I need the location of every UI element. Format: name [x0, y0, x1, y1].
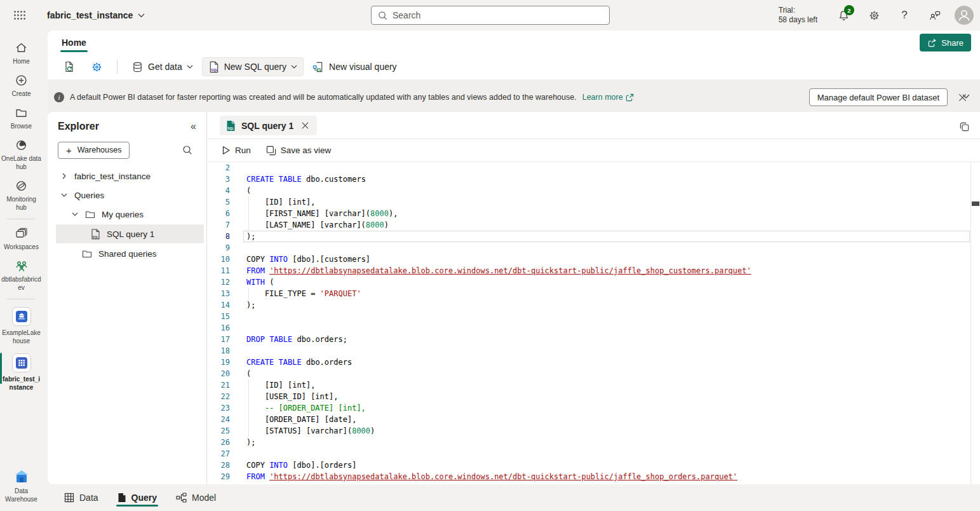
settings-gear-button[interactable]	[84, 57, 109, 76]
chevron-down-icon	[138, 13, 145, 18]
tab-home[interactable]: Home	[58, 32, 90, 53]
code-line[interactable]: 11FROM 'https://dbtlabsynapsedatalake.bl…	[207, 265, 980, 276]
global-search	[371, 6, 610, 25]
code-line[interactable]: 12WITH (	[207, 276, 980, 288]
run-button[interactable]: Run	[216, 142, 257, 160]
feedback-button[interactable]	[924, 4, 946, 26]
code-line[interactable]: 14);	[207, 299, 980, 311]
save-as-view-button[interactable]: Save as view	[260, 142, 337, 160]
tree-item-sql-query-1[interactable]: SQL SQL query 1	[56, 224, 204, 243]
svg-text:SQL: SQL	[93, 235, 99, 238]
tree-item-shared-queries[interactable]: Shared queries	[48, 244, 206, 263]
code-editor[interactable]: 23CREATE TABLE dbo.customers4(5 [ID] [in…	[207, 162, 980, 484]
editor-scrollbar[interactable]	[970, 162, 980, 484]
save-as-view-icon	[266, 146, 276, 156]
line-number: 23	[207, 402, 230, 414]
code-line[interactable]: 8);	[207, 231, 980, 242]
code-line[interactable]: 10COPY INTO [dbo].[customers]	[207, 254, 980, 265]
app-launcher-waffle-icon[interactable]	[9, 4, 30, 26]
tab-sql-query-1[interactable]: SQL SQL query 1	[220, 116, 317, 135]
notification-badge: 2	[844, 5, 854, 15]
workspace-switcher[interactable]: fabric_test_instance	[47, 10, 145, 20]
code-line[interactable]: 20(	[207, 368, 980, 379]
code-line[interactable]: 6 [FIRST_NAME] [varchar](8000),	[207, 208, 980, 219]
explorer-tree: fabric_test_instance Queries My queries …	[48, 167, 206, 263]
database-icon	[131, 61, 144, 73]
tree-item-my-queries[interactable]: My queries	[48, 205, 206, 224]
new-sql-query-button[interactable]: SQL New SQL query	[202, 57, 304, 76]
sql-file-icon: SQL	[226, 120, 236, 132]
code-line[interactable]: 2	[207, 162, 980, 174]
nav-item-fabric-test-instance[interactable]: fabric_test_instance	[0, 349, 43, 395]
view-tab-data[interactable]: Data	[63, 486, 100, 509]
tree-warehouse-label: fabric_test_instance	[74, 172, 151, 181]
svg-text:SQL: SQL	[211, 68, 218, 72]
nav-browse[interactable]: Browse	[0, 102, 43, 134]
code-line[interactable]: 23 -- [ORDER_DATE] [int],	[207, 402, 980, 414]
code-line[interactable]: 22 [USER_ID] [int],	[207, 391, 980, 402]
code-line[interactable]: 3CREATE TABLE dbo.customers	[207, 174, 980, 185]
line-number: 2	[207, 162, 230, 174]
line-number: 24	[207, 414, 230, 425]
top-bar: fabric_test_instance Trial: 58 days left…	[0, 0, 980, 31]
code-line[interactable]: 5 [ID] [int],	[207, 196, 980, 208]
nav-onelake-data-hub[interactable]: OneLake data hub	[0, 134, 43, 175]
code-line[interactable]: 24 [ORDER_DATE] [date],	[207, 414, 980, 425]
nav-workspace-dbt-label: dbtlabsfabricdev	[1, 275, 42, 292]
code-line[interactable]: 29FROM 'https://dbtlabsynapsedatalake.bl…	[207, 471, 980, 482]
share-label: Share	[941, 38, 963, 48]
code-line[interactable]: 28COPY INTO [dbo].[orders]	[207, 460, 980, 471]
refresh-button[interactable]	[57, 57, 82, 76]
line-number: 16	[207, 322, 230, 334]
code-line[interactable]: 13 FILE_TYPE = 'PARQUET'	[207, 288, 980, 299]
ribbon-tab-row: Home Share	[48, 31, 980, 54]
nav-workspaces[interactable]: Workspaces	[0, 222, 43, 255]
tree-item-queries[interactable]: Queries	[48, 186, 206, 205]
help-button[interactable]: ?	[894, 4, 915, 26]
bottom-view-switcher: Data Query Model	[48, 484, 980, 511]
copy-icon[interactable]	[959, 121, 970, 132]
code-line[interactable]: 7 [LAST_NAME] [varchar](8000)	[207, 219, 980, 231]
scrollbar-thumb[interactable]	[972, 201, 979, 206]
code-line[interactable]: 9	[207, 242, 980, 254]
settings-button[interactable]	[863, 4, 885, 26]
code-line[interactable]: 27	[207, 448, 980, 460]
code-line[interactable]: 4(	[207, 185, 980, 196]
share-button[interactable]: Share	[920, 34, 971, 51]
people-workspace-icon	[14, 259, 29, 273]
tab-close-icon[interactable]	[299, 120, 311, 132]
new-visual-query-button[interactable]: New visual query	[306, 57, 403, 76]
view-tab-data-label: Data	[79, 493, 98, 503]
new-warehouse-button[interactable]: + Warehouses	[58, 142, 130, 159]
account-avatar[interactable]	[955, 6, 974, 25]
collapse-explorer-icon[interactable]: «	[191, 121, 196, 132]
nav-monitoring-hub[interactable]: Monitoring hub	[0, 175, 43, 215]
nav-lakehouse-label: ExampleLakehouse	[1, 329, 42, 345]
line-number: 22	[207, 391, 230, 402]
view-tab-model[interactable]: Model	[175, 486, 217, 509]
get-data-button[interactable]: Get data	[125, 57, 199, 76]
banner-close-icon[interactable]	[953, 88, 971, 106]
code-line[interactable]: 15	[207, 311, 980, 322]
code-line[interactable]: 25 [STATUS] [varchar](8000)	[207, 425, 980, 437]
nav-home[interactable]: Home	[0, 37, 43, 69]
share-icon	[927, 38, 937, 48]
save-as-view-label: Save as view	[281, 146, 332, 155]
code-line[interactable]: 26);	[207, 437, 980, 448]
code-line[interactable]: 21 [ID] [int],	[207, 379, 980, 391]
view-tab-query[interactable]: Query	[116, 486, 158, 509]
manage-dataset-button[interactable]: Manage default Power BI dataset	[809, 88, 948, 106]
nav-item-examplelakehouse[interactable]: ExampleLakehouse	[0, 303, 43, 349]
code-line[interactable]: 18	[207, 345, 980, 357]
code-line[interactable]: 16	[207, 322, 980, 334]
learn-more-link[interactable]: Learn more	[582, 93, 634, 102]
nav-workspace-dbtlabsfabricdev[interactable]: dbtlabsfabricdev	[0, 255, 43, 296]
notifications-button[interactable]: 2	[833, 4, 854, 26]
search-input[interactable]	[393, 10, 603, 20]
nav-create[interactable]: Create	[0, 69, 43, 102]
code-line[interactable]: 19CREATE TABLE dbo.orders	[207, 357, 980, 368]
explorer-search-icon[interactable]	[178, 141, 196, 159]
tree-item-warehouse[interactable]: fabric_test_instance	[48, 167, 206, 186]
code-line[interactable]: 17DROP TABLE dbo.orders;	[207, 334, 980, 345]
nav-data-warehouse[interactable]: Data Warehouse	[0, 465, 43, 507]
